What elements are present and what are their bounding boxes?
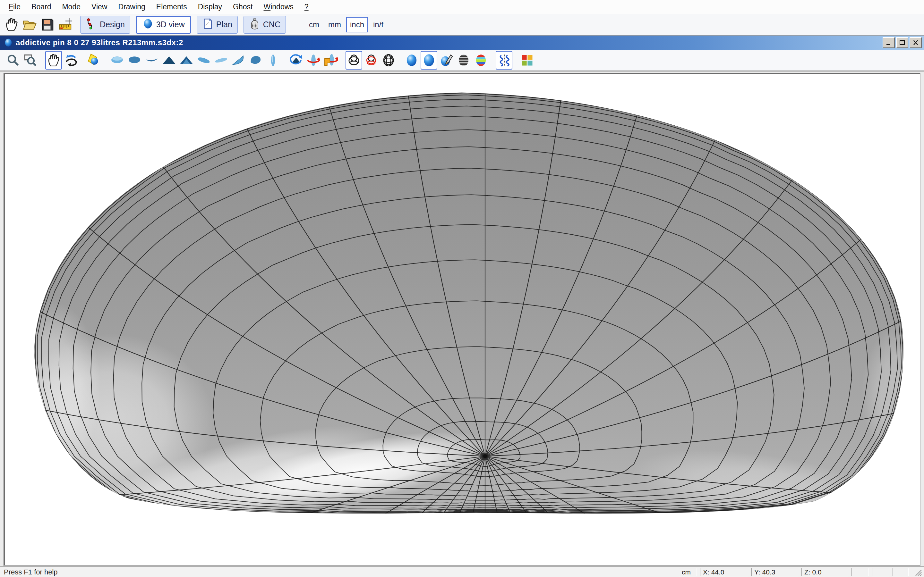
menu-item-mode[interactable]: Mode <box>57 3 86 11</box>
status-x-field: X: 44.0 <box>700 568 748 576</box>
shape-triangle2-icon[interactable] <box>178 51 195 69</box>
cnc-button[interactable]: CNC <box>244 16 286 34</box>
cnc-bit-icon <box>249 18 260 31</box>
menu-item-[interactable]: ? <box>299 3 314 11</box>
window-controls <box>883 37 922 48</box>
paint-sphere-icon[interactable] <box>438 51 455 69</box>
unit-mm[interactable]: mm <box>325 17 345 32</box>
tail-pinch-point <box>483 454 487 458</box>
view-button-label: Plan <box>216 20 232 29</box>
plan-doc-icon <box>202 18 214 31</box>
menu-item-view[interactable]: View <box>86 3 113 11</box>
minimize-button[interactable] <box>883 37 895 48</box>
shape-crescent-icon[interactable] <box>144 51 160 69</box>
shape-ellipse-dark-icon[interactable] <box>126 51 143 69</box>
shape-outline-icon[interactable] <box>265 51 281 69</box>
unit-cm[interactable]: cm <box>305 17 323 32</box>
menu-item-windows[interactable]: Windows <box>258 3 299 11</box>
solid-sphere-icon[interactable] <box>403 51 420 69</box>
close-button[interactable] <box>909 37 922 48</box>
status-empty-field <box>851 568 869 576</box>
solid-sphere2-icon[interactable] <box>421 51 437 69</box>
folder-open-icon[interactable] <box>21 16 39 34</box>
status-empty-field <box>893 568 909 576</box>
mesh-sphere-icon[interactable] <box>380 51 397 69</box>
zoom-window-icon[interactable] <box>22 51 39 69</box>
menu-item-ghost[interactable]: Ghost <box>228 3 258 11</box>
unit-inch[interactable]: inch <box>346 17 368 32</box>
viewport-frame <box>0 71 924 566</box>
document-icon <box>3 38 13 47</box>
maximize-button[interactable] <box>896 37 908 48</box>
rotate-spin-icon[interactable] <box>305 51 322 69</box>
wireframe-red-icon[interactable] <box>363 51 380 69</box>
main-toolbar: Design 3D viewPlanCNCcmmminchin/f <box>0 14 924 35</box>
symmetry-icon[interactable] <box>496 51 512 69</box>
status-bar: Press F1 for help cmX: 44.0Y: 40.3Z: 0.0 <box>0 567 924 577</box>
wireframe-icon[interactable] <box>346 51 362 69</box>
menu-item-display[interactable]: Display <box>192 3 228 11</box>
view-button-label: 3D view <box>156 20 185 29</box>
shape-blob-icon[interactable] <box>247 51 264 69</box>
viewport-3d[interactable] <box>3 73 921 566</box>
design-button[interactable]: Design <box>80 16 130 34</box>
pointer-glove-icon[interactable] <box>3 16 21 34</box>
shape-wedge-icon[interactable] <box>230 51 247 69</box>
status-y-field: Y: 40.3 <box>751 568 798 576</box>
unit-inf[interactable]: in/f <box>369 17 387 32</box>
stripes-gray-icon[interactable] <box>455 51 472 69</box>
status-help-text: Press F1 for help <box>2 568 58 576</box>
status-cm-field: cm <box>679 568 697 576</box>
pan-hand-icon[interactable] <box>45 51 62 69</box>
shape-blade1-icon[interactable] <box>195 51 212 69</box>
menu-bar: FileBoardModeViewDrawingElementsDisplayG… <box>0 0 924 14</box>
view-button-label: CNC <box>263 20 280 29</box>
shape-blade2-icon[interactable] <box>213 51 229 69</box>
menu-item-elements[interactable]: Elements <box>151 3 192 11</box>
board-3d-render <box>5 74 920 565</box>
rotate-flip-icon[interactable] <box>288 51 304 69</box>
light-icon[interactable] <box>86 51 102 69</box>
stripes-color-icon[interactable] <box>473 51 489 69</box>
save-icon[interactable] <box>39 16 57 34</box>
application-window: FileBoardModeViewDrawingElementsDisplayG… <box>0 0 924 577</box>
3d-view-button[interactable]: 3D view <box>136 16 191 34</box>
sphere-blue-icon <box>142 18 153 31</box>
design-icon <box>86 18 97 31</box>
menu-item-drawing[interactable]: Drawing <box>113 3 150 11</box>
menu-item-file[interactable]: File <box>3 3 26 11</box>
status-empty-field <box>872 568 889 576</box>
unit-selector: cmmminchin/f <box>305 17 387 32</box>
zoom-icon[interactable] <box>5 51 21 69</box>
shape-triangle-icon[interactable] <box>161 51 178 69</box>
rotate-spin-up-icon[interactable] <box>322 51 339 69</box>
rotate-3d-icon[interactable] <box>63 51 79 69</box>
document-titlebar[interactable]: addictive pin 8 0 27 93litres R213mm.s3d… <box>0 35 924 50</box>
view-toolbar <box>0 50 924 71</box>
document-window: addictive pin 8 0 27 93litres R213mm.s3d… <box>0 35 924 567</box>
plan-button[interactable]: Plan <box>197 16 238 34</box>
quarters-icon[interactable] <box>519 51 535 69</box>
resize-grip-icon[interactable] <box>914 568 922 576</box>
status-z-field: Z: 0.0 <box>801 568 848 576</box>
menu-item-board[interactable]: Board <box>26 3 57 11</box>
document-title: addictive pin 8 0 27 93litres R213mm.s3d… <box>16 38 183 47</box>
shape-ellipse-light-icon[interactable] <box>109 51 126 69</box>
status-fields: cmX: 44.0Y: 40.3Z: 0.0 <box>679 568 922 576</box>
view-button-label: Design <box>100 20 125 29</box>
ruler-icon[interactable] <box>57 16 74 34</box>
